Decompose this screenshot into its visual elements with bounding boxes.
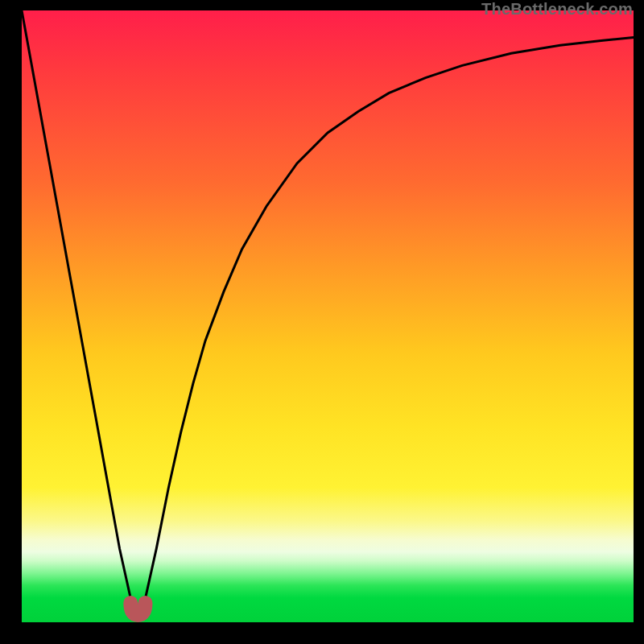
marker-path xyxy=(130,603,145,615)
chart-frame: TheBottleneck.com xyxy=(0,0,644,644)
optimum-marker xyxy=(22,10,634,622)
plot-area xyxy=(22,10,634,622)
watermark-label: TheBottleneck.com xyxy=(481,0,633,19)
